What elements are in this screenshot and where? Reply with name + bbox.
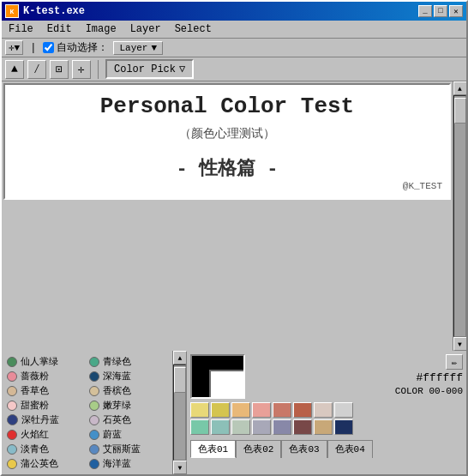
list-item[interactable]: 深牡丹蓝 bbox=[5, 413, 87, 427]
list-item[interactable]: 蒲公英色 bbox=[5, 456, 87, 471]
tab-palette-01[interactable]: 色表01 bbox=[190, 440, 236, 458]
title-bar: K K-test.exe _ □ ✕ bbox=[2, 2, 466, 21]
palette-cell[interactable] bbox=[314, 402, 333, 418]
color-swatch bbox=[7, 386, 17, 396]
list-item[interactable]: 石英色 bbox=[87, 413, 170, 427]
auto-select-checkbox[interactable] bbox=[43, 42, 54, 53]
color-label: 香草色 bbox=[21, 384, 49, 397]
scroll-thumb[interactable] bbox=[454, 98, 466, 124]
color-label: 蔷薇粉 bbox=[21, 370, 49, 383]
list-scrollbar[interactable]: ▲ ▼ bbox=[173, 351, 187, 474]
palette-cell[interactable] bbox=[334, 419, 353, 435]
list-item[interactable]: 淡青色 bbox=[5, 442, 87, 456]
canvas-title: Personal Color Test bbox=[100, 93, 354, 119]
list-item[interactable]: 仙人掌绿 bbox=[5, 354, 87, 369]
scroll-down-button[interactable]: ▼ bbox=[453, 337, 467, 351]
color-swatch bbox=[7, 401, 17, 411]
close-button[interactable]: ✕ bbox=[449, 5, 463, 17]
list-scroll-down[interactable]: ▼ bbox=[173, 461, 187, 474]
menu-edit[interactable]: Edit bbox=[44, 22, 75, 36]
color-label: 淡青色 bbox=[21, 443, 49, 455]
color-label: 深海蓝 bbox=[103, 370, 131, 383]
color-column-2: 青绿色 深海蓝 香槟色 嫩芽绿 bbox=[87, 354, 170, 471]
layer-dropdown-label: Layer bbox=[119, 43, 147, 53]
palette-cell[interactable] bbox=[273, 419, 291, 435]
tab-palette-02[interactable]: 色表02 bbox=[236, 440, 281, 458]
list-item[interactable]: 嫩芽绿 bbox=[87, 398, 170, 413]
palette-cell[interactable] bbox=[190, 402, 209, 418]
menu-layer[interactable]: Layer bbox=[127, 22, 165, 36]
color-pick-label: Color Pick bbox=[114, 63, 176, 75]
palette-cell[interactable] bbox=[273, 402, 291, 418]
menu-select[interactable]: Select bbox=[171, 22, 215, 36]
palette-cell[interactable] bbox=[293, 419, 312, 435]
auto-select-checkbox-label[interactable]: 自动选择： bbox=[43, 40, 108, 55]
measure-tool-button[interactable]: ✛ bbox=[72, 60, 91, 79]
vertical-scrollbar[interactable]: ▲ ▼ bbox=[453, 81, 466, 351]
color-preview-inner bbox=[209, 370, 243, 397]
scroll-up-button[interactable]: ▲ bbox=[453, 81, 467, 95]
palette-cell[interactable] bbox=[211, 402, 230, 418]
maximize-button[interactable]: □ bbox=[434, 5, 447, 17]
palette-cell[interactable] bbox=[314, 419, 333, 435]
list-item[interactable]: 火焰红 bbox=[5, 427, 87, 442]
picker-top: ✏ #ffffff COLOR 00-000 bbox=[190, 354, 463, 399]
list-item[interactable]: 香草色 bbox=[5, 383, 87, 398]
tab-palette-03[interactable]: 色表03 bbox=[281, 440, 327, 458]
color-label: 仙人掌绿 bbox=[21, 355, 58, 368]
palette-cell[interactable] bbox=[211, 419, 230, 435]
move-tool-button[interactable]: ✛▼ bbox=[5, 40, 23, 55]
menu-image[interactable]: Image bbox=[82, 22, 120, 36]
color-swatch bbox=[7, 444, 17, 455]
main-area: Personal Color Test （颜色心理测试） - 性格篇 - @K_… bbox=[2, 81, 466, 351]
scroll-track[interactable] bbox=[453, 95, 466, 337]
list-item[interactable]: 深海蓝 bbox=[87, 369, 170, 383]
color-label: 深牡丹蓝 bbox=[21, 413, 59, 426]
dropdown-arrow-icon: ▼ bbox=[151, 43, 157, 53]
main-window: K K-test.exe _ □ ✕ File Edit Image Layer… bbox=[0, 0, 468, 476]
select-tool-button[interactable]: ▲ bbox=[5, 60, 24, 79]
window-title: K-test.exe bbox=[23, 5, 85, 17]
list-item[interactable]: 青绿色 bbox=[87, 354, 170, 369]
palette-cell[interactable] bbox=[252, 419, 271, 435]
palette-cell[interactable] bbox=[293, 402, 312, 418]
color-label: 香槟色 bbox=[103, 384, 131, 397]
color-pick-button[interactable]: Color Pick ▽ bbox=[105, 59, 194, 79]
menu-file[interactable]: File bbox=[5, 22, 37, 36]
image-container: Personal Color Test （颜色心理测试） - 性格篇 - @K_… bbox=[3, 83, 451, 200]
list-item[interactable]: 甜蜜粉 bbox=[5, 398, 87, 413]
canvas-watermark: @K_TEST bbox=[403, 181, 442, 191]
palette-cell[interactable] bbox=[231, 402, 250, 418]
palette-cell[interactable] bbox=[231, 419, 250, 435]
toolbar-separator bbox=[98, 60, 99, 79]
list-item[interactable]: 香槟色 bbox=[87, 383, 170, 398]
color-list-panel: 仙人掌绿 蔷薇粉 香草色 甜蜜粉 bbox=[2, 351, 173, 474]
list-item[interactable]: 蔷薇粉 bbox=[5, 369, 87, 383]
list-item[interactable]: 海洋蓝 bbox=[87, 456, 170, 471]
list-scroll-up[interactable]: ▲ bbox=[173, 351, 187, 365]
canvas-inner: Personal Color Test （颜色心理测试） - 性格篇 - @K_… bbox=[2, 81, 453, 351]
lasso-tool-button[interactable]: ⁄ bbox=[27, 60, 46, 79]
edit-color-button[interactable]: ✏ bbox=[446, 354, 463, 370]
color-label: 青绿色 bbox=[103, 355, 131, 368]
layer-dropdown[interactable]: Layer ▼ bbox=[113, 41, 163, 55]
list-item[interactable]: 艾丽斯蓝 bbox=[87, 442, 170, 456]
image-content: Personal Color Test （颜色心理测试） - 性格篇 - @K_… bbox=[5, 85, 449, 198]
palette-cell[interactable] bbox=[334, 402, 353, 418]
list-scroll-track[interactable] bbox=[173, 365, 186, 461]
title-bar-left: K K-test.exe bbox=[5, 4, 85, 18]
color-swatch bbox=[89, 459, 99, 469]
palette-cell[interactable] bbox=[252, 402, 271, 418]
crop-tool-button[interactable]: ⊡ bbox=[50, 60, 69, 79]
color-swatch bbox=[7, 357, 17, 367]
color-list-columns: 仙人掌绿 蔷薇粉 香草色 甜蜜粉 bbox=[5, 354, 169, 471]
palette-cell[interactable] bbox=[190, 419, 209, 435]
tab-palette-04[interactable]: 色表04 bbox=[327, 440, 373, 458]
canvas-subtitle: （颜色心理测试） bbox=[179, 126, 275, 142]
minimize-button[interactable]: _ bbox=[418, 5, 432, 17]
picker-info: ✏ #ffffff COLOR 00-000 bbox=[250, 354, 463, 396]
color-swatch bbox=[89, 415, 99, 425]
list-item[interactable]: 蔚蓝 bbox=[87, 427, 170, 442]
list-scroll-thumb[interactable] bbox=[174, 367, 186, 393]
color-preview-box bbox=[190, 354, 245, 399]
